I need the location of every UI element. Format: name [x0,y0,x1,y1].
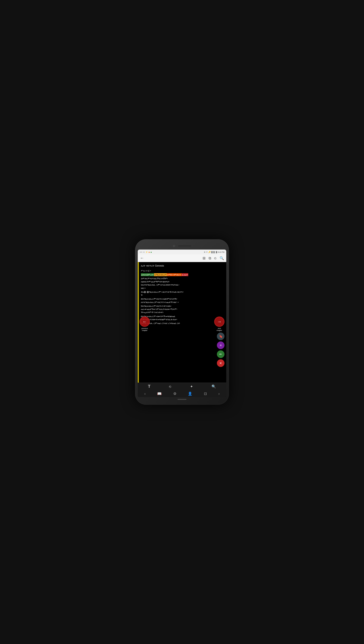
verse-6: 6፡እግዚአብሔርም፡-በውሃዎች፡መካከል፡ጠፈይኹን፡በውሃና፡በውሃ፡መካ… [141,315,224,321]
phone-device: </> <> ⚡ ● ● ⊕ ✦ 🔑 ▌▌▌ ▓ 6:24 PM ← ⊞ ⧉ ⎋ [135,239,229,405]
next-chapter-label: nextchapter [216,327,222,331]
close-icon: ✕ [219,361,222,365]
highlight-icon[interactable]: ✦ [190,384,193,389]
html2-icon: <> [143,251,145,253]
phone-screen: </> <> ⚡ ● ● ⊕ ✦ 🔑 ▌▌▌ ▓ 6:24 PM ← ⊞ ⧉ ⎋ [138,250,226,397]
bluetooth-icon: ✦ [206,251,208,253]
nav-settings-icon[interactable]: ⚙ [173,392,176,396]
usb-icon: ⚡ [146,251,148,253]
next-arrow-icon: → [217,319,222,324]
camera [172,245,175,247]
toolbar-icons: ⊞ ⧉ ⎋ 🔍 [202,256,224,260]
verse-4: 4፡እግዚአብሔርም፡ብርሃኑ፡መልካም፡እንደ፡ኾነ፡አየ፡እግዚአብሔርም፡… [141,298,224,304]
status-bar: </> <> ⚡ ● ● ⊕ ✦ 🔑 ▌▌▌ ▓ 6:24 PM [138,250,226,254]
next-chapter-button[interactable]: → [214,316,224,327]
prev-chapter-button[interactable]: ← [140,316,150,327]
battery-icon: ▓ [216,251,217,253]
verse-5: 5፡እግዚአብሔርም፡ብርሃኑን፡ቀን፡ብሎ፡ጠራው፡ጨለማውንም፡ሌሊት፡አለ… [141,304,224,314]
back-button[interactable]: ← [140,256,144,260]
verse-2: 2፡ምድርም፡ባዶ፡ነበረች፡አንዳችም፡አልነበረትም፡ጨለማም፡በጥልቁ፡ላ… [141,277,224,290]
search-bottom-icon[interactable]: 🔍 [212,384,216,389]
copy-icon[interactable]: ⧉ [208,256,211,260]
html-icon: </> [140,251,142,253]
bookmark-fab[interactable]: 🔖 [217,332,224,340]
verse-1: ፩፡በመጀምሪይ፡አግዚአብሔሮ፡ሰማይና፡ምድርና፡ፈጠረ፡፡ [141,273,224,276]
plant-icon: ● [150,251,152,253]
nav-forward-icon[interactable]: › [218,392,220,396]
key-icon: 🔑 [208,251,210,253]
highlight-yellow-1: አግዚአብሔሮ፡ [154,273,167,276]
status-left: </> <> ⚡ ● ● [140,251,152,253]
highlight-orange-1: ሰማይና፡ምድርና፡ [167,273,182,276]
highlight-green-1: ፩፡በመጀምሪይ፡ [141,273,154,276]
bottom-toolbar: T ⎋ ✦ 🔍 [138,382,226,390]
prev-chapter-label: previouschapter [142,327,148,331]
share-bottom-icon[interactable]: ⎋ [169,384,171,389]
grid-icon[interactable]: ⊞ [202,256,206,260]
phone-bottom-bar [138,397,226,401]
bookmark-icon: 🔖 [219,334,223,338]
gps-icon: ⊕ [204,251,206,253]
status-right: ⊕ ✦ 🔑 ▌▌▌ ▓ 6:24 PM [204,251,224,253]
prev-chapter-container: ← previouschapter [140,316,150,331]
list-icon: ≡ [220,344,222,347]
edit-icon: ✏ [219,352,222,356]
time-display: 6:24 PM [218,251,224,253]
nav-profile-icon[interactable]: 👤 [188,392,192,396]
phone-top-bar [138,243,226,250]
page-title: አሪት ዝፍጥረት Genesis [141,264,224,268]
next-chapter-container: → nextchapter [214,316,224,331]
signal-icon: ▌▌▌ [211,251,215,253]
home-indicator [178,399,186,400]
verse-7: 7፡እግዚ አብሔ ርም፡ጠፈ ርን፡አደ ረጉ፡ከጠፈ ር፡ቦ [141,322,224,325]
share-icon[interactable]: ⎋ [214,256,216,260]
close-fab[interactable]: ✕ [217,359,224,367]
search-icon[interactable]: 🔍 [220,256,224,260]
text-icon[interactable]: T [148,384,150,389]
yellow-border [138,262,139,382]
edit-fab[interactable]: ✏ [217,350,224,358]
app-toolbar: ← ⊞ ⧉ ⎋ 🔍 [138,254,226,262]
nav-book-icon[interactable]: 📖 [157,392,162,396]
prev-arrow-icon: ← [142,319,147,324]
footer-nav: ‹ 📖 ⚙ 👤 ⊡ › [138,390,226,397]
nav-expand-icon[interactable]: ⊡ [204,392,207,396]
highlight-red-1: ፈጠረ፡፡ [182,273,188,276]
fab-container: 🔖 ≡ ✏ ✕ [217,332,224,367]
speaker [178,245,192,247]
verse-intro: ምዕራፍ፡፩። [141,269,224,272]
content-area: አሪት ዝፍጥረት Genesis ምዕራፍ፡፩። ፩፡በመጀምሪይ፡አግዚአብ… [138,262,226,382]
verse-3: 3፡አ⬤ ⬤ግዚአብሔርም፡-ብርሃን፡ይኹን፡አሉ፡ብርሃን፣ኾ [141,290,224,297]
emoji-icon: ● [148,251,150,253]
list-fab[interactable]: ≡ [217,342,224,349]
text-content: አሪት ዝፍጥረት Genesis ምዕራፍ፡፩። ፩፡በመጀምሪይ፡አግዚአብ… [138,262,226,382]
nav-back-icon[interactable]: ‹ [144,392,146,396]
